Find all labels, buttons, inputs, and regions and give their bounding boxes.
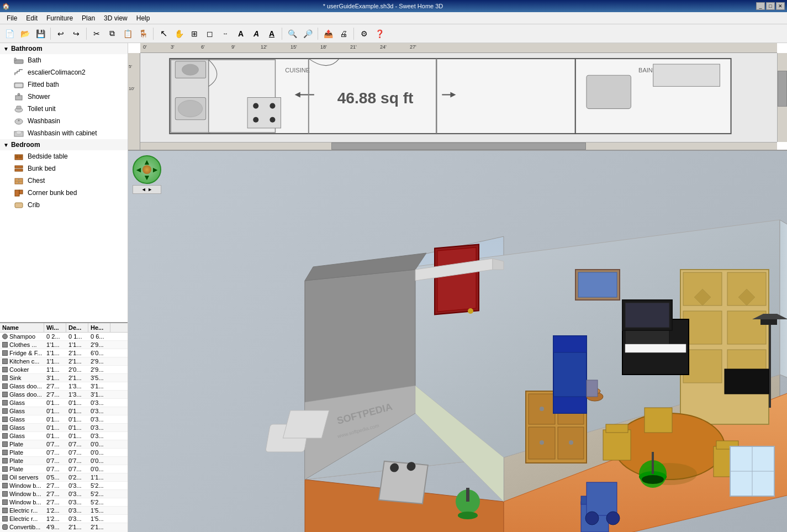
create-text-button[interactable]: A [234, 27, 248, 41]
view-3d[interactable]: SOFTPEDIA www.softpedia.com ▲ ▼ ◄ ► ◄ ► [128, 151, 787, 532]
table-row[interactable]: Glass 0'1... 0'1... 0'3... [0, 415, 128, 424]
table-row[interactable]: Glass 0'1... 0'1... 0'3... [0, 432, 128, 440]
svg-rect-107 [625, 303, 669, 328]
cell-depth: 1'3... [66, 391, 88, 398]
cell-width: 1'1... [44, 341, 66, 349]
export-to-svg-button[interactable]: 📤 [321, 27, 335, 41]
table-row[interactable]: Glass 0'1... 0'1... 0'3... [0, 424, 128, 432]
plan-scrollbar-h[interactable] [140, 142, 777, 150]
menu-3dview[interactable]: 3D view [99, 13, 132, 23]
table-row[interactable]: Sink 3'1... 2'1... 3'5... [0, 374, 128, 382]
create-rooms-button[interactable]: ◻ [203, 27, 217, 41]
create-dimension-button[interactable]: ↔ [218, 27, 233, 41]
menu-edit[interactable]: Edit [22, 13, 42, 23]
tree-item-toilet[interactable]: Toilet unit [0, 103, 128, 115]
create-text3-button[interactable]: A [265, 27, 279, 41]
nav-left[interactable]: ◄ [135, 165, 142, 174]
table-row[interactable]: Electric r... 1'2... 0'3... 1'5... [0, 507, 128, 515]
nav-down[interactable]: ▼ [143, 173, 151, 182]
zoom-in-button[interactable]: 🔍 [285, 27, 299, 41]
minimize-button[interactable]: _ [756, 2, 765, 10]
table-row[interactable]: Plate 0'7... 0'7... 0'0... [0, 449, 128, 457]
plan-view[interactable]: 0' 3' 6' 9' 12' 15' 18' 21' 24' 27' 5' 1… [128, 43, 787, 151]
new-button[interactable]: 📄 [2, 27, 17, 41]
print-button[interactable]: 🖨 [336, 27, 351, 41]
copy-button[interactable]: ⧉ [105, 27, 119, 41]
col-depth[interactable]: De... [66, 323, 88, 332]
tree-item-crib[interactable]: Crib [0, 199, 128, 211]
zoom-out-button[interactable]: 🔎 [300, 27, 315, 41]
scrollbar-v-thumb[interactable] [778, 71, 787, 106]
table-row[interactable]: Convertib... 4'9... 2'1... 2'1... [0, 523, 128, 531]
create-walls-button[interactable]: ⊞ [187, 27, 202, 41]
close-button[interactable]: ✕ [776, 2, 785, 10]
nav-right[interactable]: ► [151, 165, 159, 174]
paste-button[interactable]: 📋 [120, 27, 135, 41]
table-row[interactable]: Plate 0'7... 0'7... 0'0... [0, 457, 128, 465]
table-row[interactable]: Glass doo... 2'7... 1'3... 3'1... [0, 382, 128, 391]
nav-widget[interactable]: ▲ ▼ ◄ ► ◄ ► [133, 155, 161, 184]
table-row[interactable]: Kitchen c... 1'1... 2'1... 2'9... [0, 357, 128, 366]
tree-item-corner-bunk-bed[interactable]: Corner bunk bed [0, 187, 128, 199]
tree-item-bunk-bed[interactable]: Bunk bed [0, 162, 128, 175]
preferences-button[interactable]: ⚙ [357, 27, 371, 41]
menu-furniture[interactable]: Furniture [42, 13, 77, 23]
create-text2-button[interactable]: A [249, 27, 263, 41]
sep5 [318, 28, 318, 40]
category-bathroom[interactable]: ▼ Bathroom [0, 43, 128, 54]
save-button[interactable]: 💾 [33, 27, 47, 41]
table-row[interactable]: Plate 0'7... 0'7... 0'0... [0, 465, 128, 473]
pan-button[interactable]: ✋ [172, 27, 186, 41]
tree-item-washbasin-cabinet[interactable]: Washbasin with cabinet [0, 127, 128, 139]
table-row[interactable]: Electric r... 1'2... 0'3... 1'5... [0, 515, 128, 523]
category-bedroom[interactable]: ▼ Bedroom [0, 139, 128, 150]
tree-item-bedside-table-label: Bedside table [28, 152, 68, 160]
help-button[interactable]: ❓ [372, 27, 387, 41]
select-button[interactable]: ↖ [156, 27, 171, 41]
menu-plan[interactable]: Plan [77, 13, 99, 23]
tree-item-chest[interactable]: Chest [0, 175, 128, 187]
col-width[interactable]: Wi... [44, 323, 66, 332]
cell-height: 1'5... [88, 515, 110, 523]
tree-item-escalier[interactable]: escalierColimacon2 [0, 66, 128, 78]
tree-item-bath[interactable]: Bath [0, 54, 128, 66]
col-name[interactable]: Name [0, 323, 44, 332]
menu-file[interactable]: File [2, 13, 22, 23]
table-row[interactable]: Window b... 2'7... 0'3... 5'2... [0, 482, 128, 490]
tree-item-washbasin[interactable]: Washbasin [0, 115, 128, 127]
tree-item-fitted-bath[interactable]: Fitted bath [0, 78, 128, 91]
menu-help[interactable]: Help [132, 13, 155, 23]
table-row[interactable]: Glass 0'1... 0'1... 0'3... [0, 407, 128, 415]
table-row[interactable]: Glass 0'1... 0'1... 0'3... [0, 399, 128, 407]
open-button[interactable]: 📂 [18, 27, 32, 41]
table-row[interactable]: Fridge & F... 1'1... 2'1... 6'0... [0, 349, 128, 357]
row-icon [2, 367, 8, 372]
col-height[interactable]: He... [88, 323, 110, 332]
svg-rect-110 [769, 319, 771, 408]
row-icon [2, 342, 8, 347]
table-row[interactable]: Shampoo 0 2... 0 1... 0 6... [0, 333, 128, 341]
svg-rect-62 [437, 247, 476, 312]
table-row[interactable]: Glass doo... 2'7... 1'3... 3'1... [0, 391, 128, 399]
tree-item-bedside-table[interactable]: Bedside table [0, 150, 128, 162]
cell-depth: 2'0... [66, 366, 88, 373]
cut-button[interactable]: ✂ [89, 27, 104, 41]
table-row[interactable]: Window b... 2'7... 0'3... 5'2... [0, 498, 128, 507]
redo-button[interactable]: ↪ [69, 27, 83, 41]
import-button[interactable]: 🪑 [136, 27, 150, 41]
table-row[interactable]: Cooker 1'1... 2'0... 2'9... [0, 366, 128, 374]
table-row[interactable]: Plate 0'7... 0'7... 0'0... [0, 440, 128, 449]
plan-scrollbar-v[interactable] [777, 53, 787, 142]
table-row[interactable]: Oil servers 0'5... 0'2... 1'1... [0, 473, 128, 482]
tree-item-shower[interactable]: Shower [0, 91, 128, 103]
plan-canvas[interactable]: CUISINE BAINS 46.88 sq ft [140, 53, 777, 142]
table-row[interactable]: Window b... 2'7... 0'3... 5'2... [0, 490, 128, 498]
cell-width: 1'2... [44, 515, 66, 523]
nav-up[interactable]: ▲ [143, 157, 151, 166]
undo-button[interactable]: ↩ [54, 27, 68, 41]
table-row[interactable]: Clothes ... 1'1... 1'1... 2'9... [0, 341, 128, 349]
scrollbar-h-thumb[interactable] [331, 143, 586, 150]
cell-height: 3'1... [88, 391, 110, 398]
svg-rect-118 [466, 488, 469, 502]
maximize-button[interactable]: □ [766, 2, 775, 10]
